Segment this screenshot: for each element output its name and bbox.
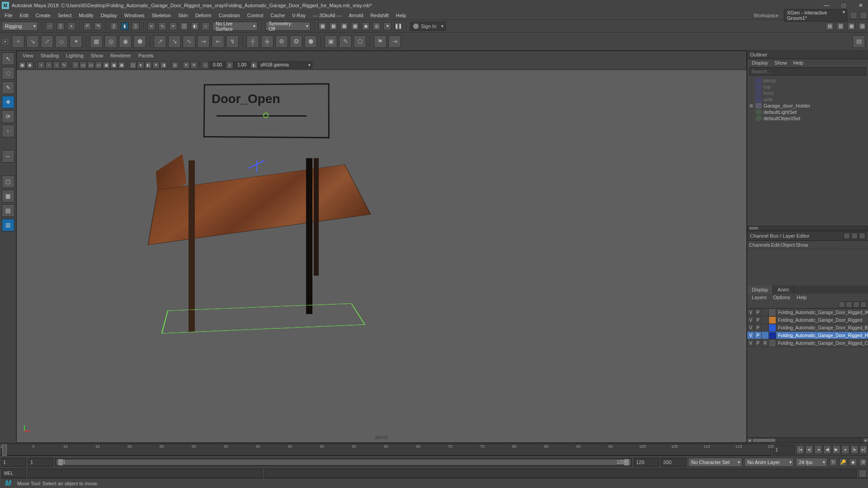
sidebar-toggle-4-icon[interactable]: ▧ (858, 22, 866, 30)
layer-row[interactable]: V P Folding_Automatic_Garage_Door_Rigged… (747, 324, 868, 332)
shelf-skin-2-icon[interactable]: ◎ (104, 35, 117, 48)
snap-live-icon[interactable]: ◐ (191, 22, 199, 30)
shelf-tool-3-icon[interactable]: ⤢ (41, 35, 53, 48)
layer-display-type-toggle[interactable]: R (762, 340, 769, 347)
cbox-menu-show[interactable]: Show (796, 242, 808, 248)
view-four-icon[interactable]: ▦ (2, 190, 14, 202)
scroll-left-icon[interactable]: ◂ (747, 438, 752, 442)
scrollbar-thumb[interactable] (749, 227, 758, 230)
auto-key-icon[interactable]: 🔑 (839, 458, 847, 466)
shelf-skin-1-icon[interactable]: ▦ (90, 35, 103, 48)
undo-icon[interactable]: ↶ (83, 22, 91, 30)
vp-menu-view[interactable]: View (19, 53, 37, 58)
shelf-misc-1-icon[interactable]: ▣ (325, 35, 337, 48)
menu-skeleton[interactable]: Skeleton (148, 13, 175, 18)
shelf-constrain-5-icon[interactable]: ⬣ (304, 35, 317, 48)
vp-safe-title-icon[interactable]: ▣ (118, 61, 125, 69)
shelf-misc-5-icon[interactable]: ⇥ (388, 35, 401, 48)
layer-tab-anim[interactable]: Anim (773, 286, 794, 294)
shelf-skin-3-icon[interactable]: ◉ (119, 35, 132, 48)
snap-grid-icon[interactable]: ⌗ (147, 22, 156, 30)
save-scene-icon[interactable]: ▪ (67, 22, 75, 30)
outliner-search-input[interactable] (749, 67, 866, 75)
layer-row[interactable]: V P Folding_Automatic_Garage_Door_Rigged (747, 316, 868, 324)
vp-shadows-icon[interactable]: ◑ (160, 61, 167, 69)
snap-plane-icon[interactable]: ◫ (180, 22, 188, 30)
select-mode-hierarchy-icon[interactable]: ▯ (110, 22, 118, 30)
play-back-button[interactable]: ◀ (823, 445, 831, 454)
layer-display-type-toggle[interactable] (762, 317, 769, 324)
sidebar-toggle-1-icon[interactable]: ▤ (826, 22, 834, 30)
layer-playback-toggle[interactable]: P (755, 309, 762, 316)
outliner-item-garage-door-holder[interactable]: ⊞Garage_door_Holder (748, 103, 867, 109)
current-frame-field[interactable]: 1 (773, 445, 795, 455)
go-start-button[interactable]: |◂ (796, 445, 804, 454)
shelf-tool-1-icon[interactable]: ✧ (12, 35, 24, 48)
shelf-constrain-4-icon[interactable]: ✪ (290, 35, 302, 48)
layer-color-swatch[interactable] (769, 324, 776, 331)
layer-display-type-toggle[interactable] (762, 324, 769, 331)
shelf-misc-2-icon[interactable]: ✎ (339, 35, 352, 48)
outliner-tree[interactable]: persp top front side ⊞Garage_door_Holder… (747, 76, 868, 225)
light-editor-icon[interactable]: ✦ (383, 22, 392, 30)
scrollbar-thumb[interactable] (753, 439, 775, 442)
range-start-outer[interactable]: 1 (1, 458, 26, 467)
menu-file[interactable]: File (1, 13, 16, 18)
layer-name[interactable]: Folding_Automatic_Garage_Door_Rigged_Hel… (776, 333, 868, 338)
channel-box-icon-3[interactable] (859, 233, 865, 239)
menu-create[interactable]: Create (32, 13, 54, 18)
vp-lights-icon[interactable]: ☀ (152, 61, 160, 69)
lasso-tool[interactable]: ◌ (2, 67, 14, 80)
layer-playback-toggle[interactable]: P (755, 324, 762, 331)
vp-menu-lighting[interactable]: Lighting (63, 53, 87, 58)
layer-row[interactable]: V P R Folding_Automatic_Garage_Door_Rigg… (747, 339, 868, 347)
module-selector[interactable]: Rigging (2, 22, 38, 31)
viewport-3d[interactable]: Door_Open persp (17, 70, 746, 442)
select-tool[interactable]: ↖ (2, 52, 14, 65)
shelf-tool-2-icon[interactable]: ↘ (26, 35, 39, 48)
render-view-icon[interactable]: ▦ (351, 22, 359, 30)
channel-box-icon-1[interactable] (844, 233, 850, 239)
vp-menu-shading[interactable]: Shading (38, 53, 62, 58)
range-handle-left[interactable] (58, 459, 63, 465)
workspace-lock-icon[interactable] (860, 12, 867, 19)
vp-gamma-value[interactable]: 1.00 (234, 61, 250, 69)
outliner-menu-show[interactable]: Show (772, 60, 790, 66)
layer-visibility-toggle[interactable]: V (747, 324, 755, 331)
prev-frame-button[interactable]: ◂ (814, 445, 822, 454)
layer-move-up-icon[interactable] (839, 301, 845, 308)
shelf-constrain-1-icon[interactable]: ┼ (246, 35, 259, 48)
menu-select[interactable]: Select (54, 13, 75, 18)
layer-name[interactable]: Folding_Automatic_Garage_Door_Rigged_Con… (776, 341, 868, 346)
outliner-item-side[interactable]: side (748, 96, 867, 103)
move-tool[interactable]: ✥ (2, 96, 14, 108)
menu-display[interactable]: Display (97, 13, 121, 18)
layer-name[interactable]: Folding_Automatic_Garage_Door_Rigged_Bon (776, 325, 868, 330)
shelf-deform-5-icon[interactable]: ⇜ (212, 35, 224, 48)
menu-constrain[interactable]: Constrain (215, 13, 244, 18)
layer-new-empty-icon[interactable] (853, 301, 859, 308)
scroll-right-icon[interactable]: ▸ (863, 438, 868, 442)
open-scene-icon[interactable]: ▯ (57, 22, 65, 30)
menu-vray[interactable]: V-Ray (288, 13, 309, 18)
vp-exposure-value[interactable]: 0.00 (209, 61, 226, 69)
layer-move-down-icon[interactable] (846, 301, 852, 308)
vp-film-gate-icon[interactable]: ▭ (80, 61, 87, 69)
menu-edit[interactable]: Edit (16, 13, 32, 18)
play-forward-button[interactable]: ▶ (832, 445, 840, 454)
layer-visibility-toggle[interactable]: V (747, 317, 755, 324)
rotate-tool[interactable]: ⟳ (2, 110, 14, 123)
vp-bookmarks-icon[interactable]: ▪ (38, 61, 45, 69)
menu-redshift[interactable]: Redshift (367, 13, 392, 18)
fps-selector[interactable]: 24 fps (796, 458, 827, 467)
render-setup-icon[interactable]: ◎ (373, 22, 381, 30)
paint-select-tool[interactable]: ✎ (2, 81, 14, 94)
outliner-h-scrollbar[interactable] (748, 226, 868, 230)
outliner-menu-display[interactable]: Display (749, 60, 771, 66)
cbox-menu-edit[interactable]: Edit (771, 242, 779, 248)
view-single-icon[interactable]: ▢ (2, 175, 14, 188)
vp-grease-icon[interactable]: ✎ (61, 61, 68, 69)
menu-skin[interactable]: Skin (175, 13, 191, 18)
next-key-button[interactable]: |▸ (850, 445, 859, 454)
script-editor-icon[interactable] (859, 469, 867, 478)
